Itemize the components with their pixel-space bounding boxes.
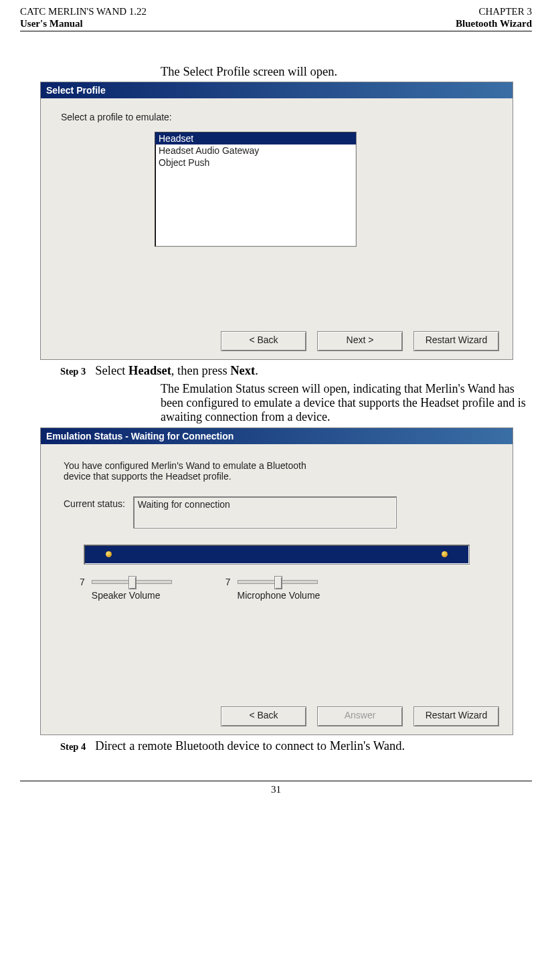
speaker-volume-slider[interactable] <box>92 577 172 589</box>
next-button[interactable]: Next > <box>317 331 403 351</box>
step4-label: Step 4 <box>60 739 86 753</box>
page-number: 31 <box>20 781 532 795</box>
back-button[interactable]: < Back <box>221 331 306 351</box>
step3-mid: , then press <box>171 364 230 377</box>
emulation-desc: You have configured Merlin's Wand to emu… <box>64 460 318 482</box>
current-status-field: Waiting for connection <box>133 496 397 528</box>
header-left-bottom: User's Manual <box>20 17 83 29</box>
mic-volume-label: Microphone Volume <box>238 590 320 601</box>
profile-item-headset[interactable]: Headset <box>155 132 356 144</box>
back-button-2[interactable]: < Back <box>221 706 306 726</box>
dialog2-titlebar: Emulation Status - Waiting for Connectio… <box>41 428 513 444</box>
step3-text: Select Headset, then press Next. <box>95 364 258 378</box>
select-profile-dialog: Select Profile Select a profile to emula… <box>40 82 513 360</box>
step4-text: Direct a remote Bluetooth device to conn… <box>95 739 405 753</box>
profile-item-objectpush[interactable]: Object Push <box>155 157 356 169</box>
step3-label: Step 3 <box>60 364 86 377</box>
step3-pre: Select <box>95 364 128 377</box>
progress-bar <box>84 545 470 565</box>
progress-dot-left <box>106 551 112 557</box>
restart-wizard-button-2[interactable]: Restart Wizard <box>413 706 499 726</box>
profile-listbox[interactable]: Headset Headset Audio Gateway Object Pus… <box>155 132 357 247</box>
step3-subpara: The Emulation Status screen will open, i… <box>161 382 532 423</box>
speaker-volume-value: 7 <box>80 577 85 587</box>
answer-button[interactable]: Answer <box>317 706 403 726</box>
step3-bold2: Next <box>230 364 255 377</box>
header-right-bottom: Bluetooth Wizard <box>456 17 532 29</box>
progress-dot-right <box>442 551 448 557</box>
header-rule <box>20 31 532 31</box>
profile-prompt-label: Select a profile to emulate: <box>61 112 492 122</box>
header-left-top: CATC MERLIN'S WAND 1.22 <box>20 5 147 17</box>
header-right-top: CHAPTER 3 <box>478 5 532 17</box>
dialog-titlebar: Select Profile <box>41 82 513 98</box>
intro-text: The Select Profile screen will open. <box>161 65 532 79</box>
current-status-label: Current status: <box>64 496 125 509</box>
speaker-volume-label: Speaker Volume <box>92 590 172 601</box>
restart-wizard-button[interactable]: Restart Wizard <box>413 331 499 351</box>
emulation-status-dialog: Emulation Status - Waiting for Connectio… <box>40 427 513 735</box>
step3-bold1: Headset <box>128 364 171 377</box>
mic-volume-slider[interactable] <box>238 577 318 589</box>
step3-post: . <box>255 364 258 377</box>
profile-item-gateway[interactable]: Headset Audio Gateway <box>155 144 356 157</box>
mic-volume-value: 7 <box>225 577 231 587</box>
